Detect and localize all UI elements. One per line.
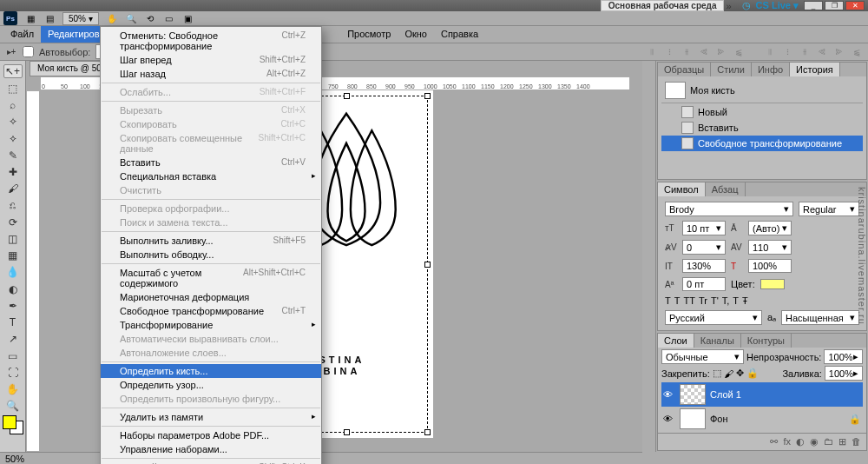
text-style-button[interactable]: T: [674, 295, 681, 306]
text-style-button[interactable]: TT: [683, 295, 694, 306]
workspace-arrow-icon[interactable]: »: [726, 1, 731, 11]
status-zoom[interactable]: 50%: [5, 454, 24, 464]
text-style-button[interactable]: Tr: [699, 295, 707, 306]
menu-window[interactable]: Окно: [398, 26, 434, 43]
layer-thumbnail[interactable]: [680, 384, 706, 405]
menu-item[interactable]: ВставитьCtrl+V: [101, 156, 321, 169]
align-4-icon[interactable]: ⫷: [698, 46, 710, 58]
text-style-button[interactable]: T: [665, 295, 671, 306]
menu-item[interactable]: Определить кисть...: [101, 364, 321, 378]
menu-item[interactable]: Шаг назадAlt+Ctrl+Z: [101, 67, 321, 81]
shape-tool[interactable]: ▭: [3, 348, 23, 362]
history-state[interactable]: Вставить: [661, 120, 863, 136]
history-tab[interactable]: Инфо: [752, 63, 790, 76]
hscale-input[interactable]: 100%: [748, 259, 792, 273]
text-style-button[interactable]: T': [711, 295, 719, 306]
menu-item[interactable]: Определить узор...: [101, 378, 321, 392]
history-brush-tool[interactable]: ⟳: [3, 215, 23, 229]
move-tool[interactable]: ↖+: [3, 64, 23, 78]
group-icon[interactable]: 🗀: [824, 436, 833, 447]
align-3-icon[interactable]: ⫵: [681, 46, 693, 58]
menu-item[interactable]: Марионеточная деформация: [101, 290, 321, 304]
subwindow-min-button[interactable]: _: [804, 1, 823, 10]
zoom-tool[interactable]: 🔍: [3, 399, 23, 413]
layers-tab[interactable]: Каналы: [694, 334, 741, 348]
menu-item[interactable]: Масштаб с учетом содержимогоAlt+Shift+Ct…: [101, 266, 321, 290]
vscale-input[interactable]: 130%: [682, 259, 726, 273]
dist-3-icon[interactable]: ⫵: [799, 46, 811, 58]
text-style-button[interactable]: T,: [722, 295, 730, 306]
transform-handle-tm[interactable]: [344, 93, 350, 99]
blur-tool[interactable]: 💧: [3, 265, 23, 279]
dodge-tool[interactable]: ◐: [3, 282, 23, 295]
arrange-icon[interactable]: ▭: [163, 12, 175, 24]
menu-item[interactable]: Наборы параметров Adobe PDF...: [101, 428, 321, 442]
hand-tool2[interactable]: ✋: [3, 382, 23, 396]
marquee-tool[interactable]: ⬚: [3, 81, 23, 95]
kerning-input[interactable]: 0▾: [682, 240, 726, 255]
subwindow-max-button[interactable]: ❐: [825, 1, 844, 10]
layer-name[interactable]: Фон: [710, 414, 728, 424]
menu-item[interactable]: Удалить из памяти: [101, 410, 321, 424]
transform-handle-tr[interactable]: [424, 93, 431, 99]
text-style-button[interactable]: Ŧ: [742, 295, 748, 306]
mask-icon[interactable]: ◐: [796, 436, 805, 447]
align-1-icon[interactable]: ⫴: [646, 46, 658, 58]
wand-tool[interactable]: ✧: [3, 115, 23, 129]
visibility-icon[interactable]: 👁: [663, 414, 675, 424]
lasso-tool[interactable]: ⌕: [3, 98, 23, 112]
layer-thumbnail[interactable]: [680, 408, 706, 429]
char-tab[interactable]: Абзац: [706, 182, 746, 196]
history-tab[interactable]: История: [790, 63, 840, 76]
adjustment-icon[interactable]: ◉: [810, 436, 819, 447]
history-tab[interactable]: Стили: [711, 63, 752, 76]
menu-item[interactable]: Выполнить обводку...: [101, 248, 321, 262]
pen-tool[interactable]: ✒: [3, 299, 23, 313]
dist-1-icon[interactable]: ⫴: [764, 46, 776, 58]
lock-move-icon[interactable]: ✥: [736, 368, 744, 379]
type-tool[interactable]: T: [3, 315, 23, 329]
visibility-icon[interactable]: 👁: [663, 389, 675, 400]
workspace-selector[interactable]: Основная рабочая среда: [601, 0, 725, 11]
font-size-input[interactable]: 10 пт▾: [682, 221, 726, 235]
layers-tab[interactable]: Контуры: [741, 334, 792, 348]
zoom-icon[interactable]: 🔍: [125, 12, 137, 24]
rotate-icon[interactable]: ⟲: [144, 12, 156, 24]
antialias-dropdown[interactable]: Насыщенная▾: [781, 310, 859, 325]
tracking-input[interactable]: 110▾: [748, 240, 792, 255]
menu-item[interactable]: Выполнить заливку...Shift+F5: [101, 234, 321, 248]
font-style-dropdown[interactable]: Regular▾: [799, 202, 859, 216]
blend-mode-dropdown[interactable]: Обычные▾: [661, 349, 744, 364]
dist-5-icon[interactable]: ⫸: [833, 46, 845, 58]
autoselect-checkbox[interactable]: [23, 46, 34, 57]
path-tool[interactable]: ↗: [3, 332, 23, 346]
leading-input[interactable]: (Авто)▾: [748, 221, 792, 235]
foreground-color-swatch[interactable]: [3, 415, 16, 429]
font-family-dropdown[interactable]: Brody▾: [665, 202, 793, 216]
new-layer-icon[interactable]: ⊞: [838, 436, 846, 447]
transform-handle-bm[interactable]: [344, 429, 350, 435]
menu-item[interactable]: Свободное трансформированиеCtrl+T: [101, 304, 321, 318]
transform-handle-br[interactable]: [424, 429, 431, 435]
menu-item[interactable]: Настройка цветов...Shift+Ctrl+K: [101, 461, 321, 464]
eyedropper-tool[interactable]: ✎: [3, 148, 23, 162]
menu-item[interactable]: Специальная вставка: [101, 169, 321, 183]
crop-tool[interactable]: ⟡: [3, 131, 23, 145]
color-swatches[interactable]: [3, 415, 23, 434]
lock-pixels-icon[interactable]: ⬚: [713, 368, 721, 379]
menu-item[interactable]: Управление наборами...: [101, 442, 321, 456]
brush-tool[interactable]: 🖌: [3, 182, 23, 196]
zoom-dropdown[interactable]: 50% ▾: [62, 12, 99, 25]
align-5-icon[interactable]: ⫸: [715, 46, 727, 58]
text-style-button[interactable]: T: [733, 295, 739, 306]
minibridge-icon[interactable]: ▤: [43, 12, 56, 24]
fx-icon[interactable]: fx: [783, 436, 791, 447]
menu-help[interactable]: Справка: [434, 26, 485, 43]
lock-all-icon[interactable]: 🔒: [746, 368, 759, 379]
history-tab[interactable]: Образцы: [658, 63, 711, 76]
dist-2-icon[interactable]: ⫶: [781, 46, 793, 58]
eraser-tool[interactable]: ◫: [3, 232, 23, 246]
lock-brush-icon[interactable]: 🖌: [724, 368, 733, 379]
align-2-icon[interactable]: ⫶: [663, 46, 675, 58]
gradient-tool[interactable]: ▦: [3, 249, 23, 262]
